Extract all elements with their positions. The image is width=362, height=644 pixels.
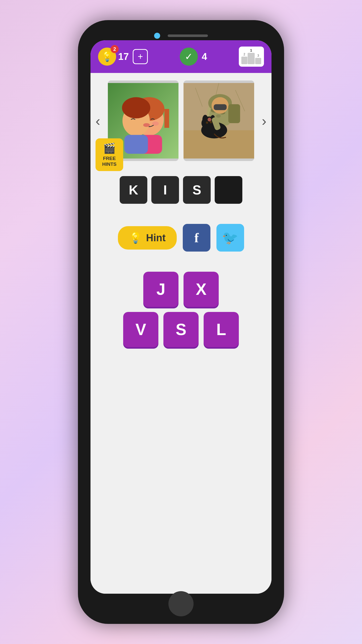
answer-tile-1[interactable]: K — [120, 176, 147, 204]
add-coins-button[interactable]: + — [133, 49, 148, 64]
toolbar-center: ✓ 4 — [180, 48, 207, 66]
key-L[interactable]: L — [204, 312, 239, 347]
answer-row: K I S — [120, 176, 242, 204]
svg-text:2: 2 — [244, 53, 245, 56]
svg-rect-0 — [248, 53, 255, 64]
toolbar-left: 💡 2 17 + — [98, 48, 148, 66]
phone-frame: 💡 2 17 + ✓ 4 1 — [78, 20, 284, 624]
game-image-2 — [184, 80, 254, 161]
answer-tile-3[interactable]: S — [183, 176, 211, 204]
notch-speaker — [168, 34, 208, 37]
svg-rect-32 — [214, 104, 227, 110]
home-button[interactable] — [168, 591, 194, 616]
svg-point-13 — [152, 122, 159, 126]
facebook-icon: f — [194, 230, 199, 245]
svg-rect-11 — [164, 109, 169, 128]
action-row: 💡 Hint f 🐦 — [118, 224, 244, 252]
keyboard-area: J X V S L — [123, 272, 239, 347]
svg-text:3: 3 — [257, 54, 259, 57]
hint-button[interactable]: 💡 Hint — [118, 226, 177, 250]
hint-bulb-icon: 💡 — [129, 232, 142, 244]
coin-badge-number: 2 — [111, 45, 119, 53]
key-S[interactable]: S — [163, 312, 199, 347]
score-count: 4 — [202, 51, 207, 62]
twitter-icon: 🐦 — [222, 230, 238, 246]
phone-screen: 💡 2 17 + ✓ 4 1 — [90, 40, 272, 594]
free-hints-button[interactable]: 🎬 FREEHINTS — [96, 138, 123, 171]
phone-notch — [154, 33, 208, 39]
next-button[interactable]: › — [259, 113, 269, 129]
key-V[interactable]: V — [123, 312, 158, 347]
svg-rect-2 — [255, 58, 261, 64]
answer-tile-2[interactable]: I — [151, 176, 179, 204]
podium-icon: 1 2 3 — [240, 48, 263, 65]
facebook-button[interactable]: f — [183, 224, 210, 252]
svg-point-29 — [216, 114, 221, 118]
svg-text:1: 1 — [250, 48, 252, 52]
answer-tile-4[interactable] — [215, 176, 242, 204]
check-icon: ✓ — [180, 48, 198, 66]
hint-label: Hint — [146, 232, 166, 244]
coin-badge: 💡 2 17 — [98, 48, 129, 66]
notch-camera — [154, 33, 160, 39]
svg-point-16 — [122, 97, 150, 118]
main-content: ‹ — [90, 73, 272, 594]
svg-point-38 — [206, 122, 208, 124]
keyboard-row-2: V S L — [123, 312, 239, 347]
svg-rect-33 — [228, 104, 240, 123]
toolbar: 💡 2 17 + ✓ 4 1 — [90, 40, 272, 73]
bulb-container: 💡 2 — [98, 48, 116, 66]
images-container — [108, 80, 254, 161]
svg-rect-1 — [241, 57, 247, 64]
leaderboard-button[interactable]: 1 2 3 — [239, 47, 264, 67]
svg-point-41 — [208, 118, 211, 122]
prev-button[interactable]: ‹ — [93, 113, 103, 129]
svg-point-17 — [143, 123, 150, 127]
svg-rect-18 — [124, 135, 148, 154]
key-J[interactable]: J — [143, 272, 178, 307]
free-hints-icon: 🎬 — [103, 142, 116, 154]
coin-count: 17 — [118, 51, 129, 62]
keyboard-row-1: J X — [143, 272, 219, 307]
key-X[interactable]: X — [184, 272, 219, 307]
free-hints-text: FREEHINTS — [102, 156, 117, 167]
twitter-button[interactable]: 🐦 — [216, 224, 244, 252]
